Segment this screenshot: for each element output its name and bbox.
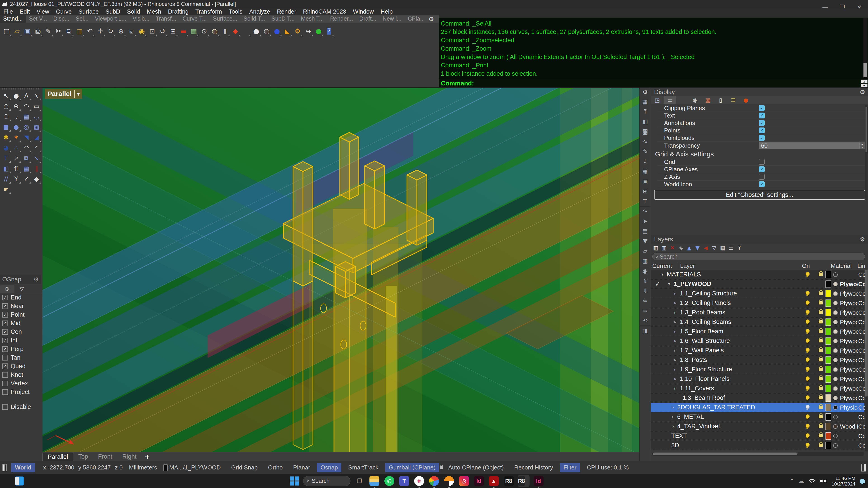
collapse-icon[interactable]: ◀ xyxy=(703,245,709,252)
2DOUGLAS_TAR TREATED[interactable]: ▹ 2DOUGLAS_TAR TREATED Physica Co xyxy=(651,403,864,412)
add-viewport-tab[interactable]: + xyxy=(142,453,153,460)
toolbar-tab[interactable]: CPla... xyxy=(405,15,428,23)
layer-material-dot[interactable] xyxy=(833,291,838,296)
extrude-tool[interactable]: ⇈ xyxy=(11,163,21,173)
layer-visibility-bulb[interactable] xyxy=(805,395,810,401)
new-layer-icon[interactable]: ▥ xyxy=(652,245,659,252)
display-mode-icon[interactable]: ▭ xyxy=(663,96,676,104)
layer-visibility-bulb[interactable] xyxy=(805,405,810,410)
layers-gear-icon[interactable]: ⚙ xyxy=(860,236,865,243)
cplane-down-icon[interactable]: ⇩ xyxy=(640,286,650,296)
toolbar-tab[interactable]: Draft... xyxy=(356,15,379,23)
layer-color-swatch[interactable] xyxy=(826,337,831,345)
filter-icon[interactable]: ▽ xyxy=(711,245,718,252)
osnap-checkbox[interactable] xyxy=(2,295,8,300)
mirror-tool[interactable]: ∥ xyxy=(31,163,41,173)
layer-material-dot[interactable] xyxy=(833,443,838,448)
menu-item[interactable]: Help xyxy=(377,8,396,15)
osnap-row[interactable]: Knot xyxy=(0,370,41,379)
menu-item[interactable]: Analyze xyxy=(246,8,274,15)
cplane-plan-icon[interactable]: ⊞ xyxy=(640,186,650,196)
torus-tool[interactable]: ◎ xyxy=(21,122,31,132)
layer-visibility-bulb[interactable] xyxy=(805,367,810,372)
layer-color-swatch[interactable] xyxy=(826,442,831,449)
surface-tool[interactable]: ▦ xyxy=(21,111,31,122)
1.3_Beam Roof[interactable]: 1.3_Beam Roof Plywoo Co xyxy=(651,393,864,403)
layer-color-swatch[interactable] xyxy=(826,271,831,278)
layer-visibility-bulb[interactable] xyxy=(805,319,810,325)
display-checkbox[interactable] xyxy=(759,181,765,187)
osnap-gear-icon[interactable]: ⚙ xyxy=(33,276,39,283)
acrobat[interactable]: ▲ xyxy=(488,475,500,487)
layer-lock-icon[interactable] xyxy=(819,377,823,381)
circle-tool[interactable]: ○ xyxy=(1,101,11,111)
1.10_Floor Panels[interactable]: ▹ 1.10_Floor Panels Plywoo Co xyxy=(651,374,864,384)
menu-item[interactable]: Curve xyxy=(53,8,75,15)
onedrive-icon[interactable]: ☁ xyxy=(799,478,804,484)
render-globe-icon[interactable]: ● xyxy=(313,25,324,37)
menu-item[interactable]: Window xyxy=(349,8,377,15)
flag-icon[interactable]: ◣ xyxy=(282,25,292,37)
spin-up-icon[interactable]: ▲ xyxy=(860,142,865,146)
rhino-8-active[interactable]: R8 xyxy=(518,475,530,487)
display-checkbox[interactable] xyxy=(759,105,765,111)
layer-material-dot[interactable] xyxy=(833,301,838,305)
osnap-row[interactable]: Perp xyxy=(0,345,41,353)
viewport-layout-icon[interactable]: ⊞ xyxy=(168,25,178,37)
layer-color-swatch[interactable] xyxy=(826,356,831,364)
cut-icon[interactable]: ✂ xyxy=(53,25,64,37)
header-on[interactable]: On xyxy=(802,262,810,269)
layer-color-swatch[interactable] xyxy=(826,404,831,411)
layer-lock-icon[interactable] xyxy=(819,292,823,295)
gears-icon[interactable]: ⚙ xyxy=(292,25,303,37)
layer-visibility-bulb[interactable] xyxy=(805,338,810,344)
cplane-open-icon[interactable]: ▱ xyxy=(640,246,650,256)
page-icon[interactable]: ▯ xyxy=(714,96,727,104)
slack[interactable]: ⌗ xyxy=(413,475,425,487)
camera-icon[interactable]: ◉ xyxy=(689,96,702,104)
menu-item[interactable]: Transform xyxy=(192,8,225,15)
cplane-grid2-icon[interactable]: ▦ xyxy=(640,166,650,176)
osnap-checkbox[interactable] xyxy=(2,372,8,378)
duplicate-layer-icon[interactable]: ◈ xyxy=(677,245,684,252)
save-icon[interactable]: ▣ xyxy=(22,25,33,37)
command-history[interactable]: Command: _SelAll257 block instances, 136… xyxy=(439,18,868,79)
layer-visibility-bulb[interactable] xyxy=(805,272,810,277)
toolbar-gear-icon[interactable]: ⚙ xyxy=(429,15,434,22)
layer-material-dot[interactable] xyxy=(833,310,838,315)
layer-visibility-bulb[interactable] xyxy=(805,310,810,315)
layer-color-swatch[interactable] xyxy=(826,376,831,383)
cplane-world-icon[interactable]: ▦ xyxy=(640,97,650,107)
menu-item[interactable]: Tools xyxy=(225,8,246,15)
blast-tool[interactable]: ✶ xyxy=(11,132,21,142)
cplane-grid-icon[interactable]: ▦ xyxy=(189,25,199,37)
menu-item[interactable]: Edit xyxy=(16,8,33,15)
layer-color-swatch[interactable] xyxy=(826,328,831,335)
dimension-icon[interactable]: ↔ xyxy=(303,25,313,37)
units-label[interactable]: Millimeters xyxy=(129,464,157,471)
toolbar-tab[interactable]: Set V... xyxy=(26,15,50,23)
start-button[interactable] xyxy=(289,476,300,486)
layer-lock-icon[interactable] xyxy=(819,349,823,352)
flatten-tool[interactable]: ◢ xyxy=(31,132,41,142)
osnap-row[interactable]: Quad xyxy=(0,362,41,370)
scale-tool[interactable]: ↗ xyxy=(11,153,21,163)
layer-color-swatch[interactable] xyxy=(826,432,831,440)
transparency-input[interactable]: 60 xyxy=(759,142,860,149)
cplane-save-icon[interactable]: ▼ xyxy=(640,236,650,246)
layer-visibility-bulb[interactable] xyxy=(805,414,810,420)
layer-material-dot[interactable] xyxy=(833,405,838,410)
cplane-prev-icon[interactable]: ⟲ xyxy=(640,316,650,325)
layer-material-dot[interactable] xyxy=(833,424,838,429)
srfgrid-tool[interactable]: ▩ xyxy=(31,122,41,132)
layer-lock-icon[interactable] xyxy=(819,406,823,409)
teams[interactable]: T xyxy=(398,475,410,487)
layer-visibility-bulb[interactable] xyxy=(805,357,810,363)
layer-material-dot[interactable] xyxy=(833,282,838,286)
layer-lock-icon[interactable] xyxy=(819,387,823,390)
1.1_Ceiling Structure[interactable]: ▹ 1.1_Ceiling Structure Plywoo Co xyxy=(651,289,864,298)
layer-color-swatch[interactable] xyxy=(826,347,831,354)
help-icon[interactable]: ? xyxy=(324,25,334,37)
viewport-canvas[interactable]: Parallel ▼ xyxy=(42,88,640,452)
cplane-world2-icon[interactable]: ◨ xyxy=(640,325,650,335)
